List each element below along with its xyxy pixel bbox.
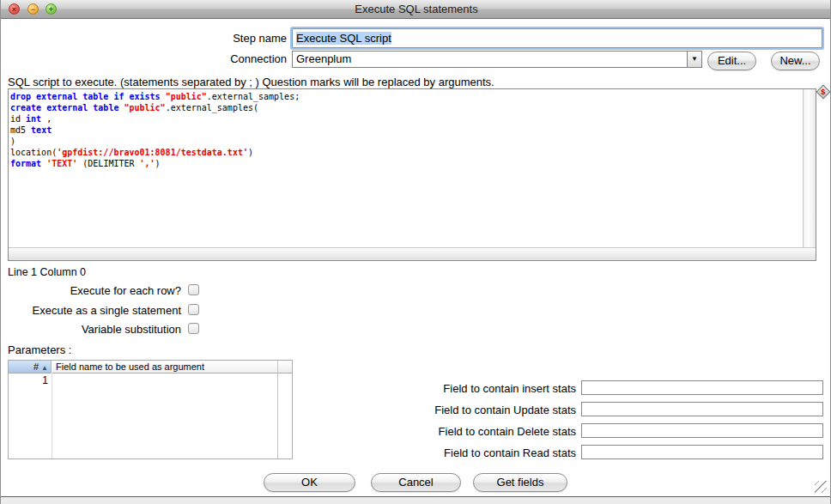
dialog-execute-sql-statements: × − + Execute SQL statements Step name E… [0, 0, 831, 504]
read-stats-label: Field to contain Read stats [1, 446, 576, 459]
step-name-value: Execute SQL script [296, 32, 391, 45]
column-header-number[interactable]: # ▲ [9, 361, 52, 373]
execute-each-row-checkbox[interactable] [188, 284, 199, 295]
sql-editor[interactable]: drop external table if exists "public".e… [8, 88, 816, 261]
single-statement-checkbox[interactable] [188, 304, 199, 315]
update-stats-input[interactable] [581, 402, 823, 416]
execute-each-row-label: Execute for each row? [1, 284, 181, 297]
sql-script-label: SQL script to execute. (statements separ… [8, 76, 494, 88]
horizontal-scrollbar[interactable] [9, 247, 816, 260]
sql-code-text[interactable]: drop external table if exists "public".e… [10, 91, 801, 246]
get-fields-button[interactable]: Get fields [473, 473, 567, 492]
connection-label: Connection [1, 52, 287, 65]
new-connection-button[interactable]: New... [771, 52, 820, 70]
insert-stats-input[interactable] [581, 380, 823, 395]
parameters-label: Parameters : [8, 343, 71, 356]
step-name-label: Step name [1, 32, 287, 45]
insert-stats-label: Field to contain insert stats [1, 382, 576, 395]
step-name-input[interactable]: Execute SQL script [292, 28, 822, 48]
connection-select[interactable]: Greenplum ▼ [292, 51, 702, 68]
cursor-position-status: Line 1 Column 0 [8, 266, 86, 278]
table-scrollbar-header [278, 361, 292, 373]
cancel-button[interactable]: Cancel [371, 473, 461, 492]
variable-indicator-icon: $ [816, 85, 831, 100]
read-stats-input[interactable] [581, 445, 823, 459]
single-statement-label: Execute as a single statement [1, 304, 181, 317]
update-stats-label: Field to contain Update stats [1, 404, 576, 416]
window-bottom-strip [1, 497, 831, 504]
edit-connection-button[interactable]: Edit... [707, 52, 756, 70]
variable-substitution-checkbox[interactable] [188, 323, 199, 334]
sort-asc-icon: ▲ [41, 364, 48, 372]
chevron-down-icon[interactable]: ▼ [687, 52, 701, 67]
delete-stats-label: Field to contain Delete stats [1, 425, 576, 438]
delete-stats-input[interactable] [581, 423, 823, 438]
ok-button[interactable]: OK [264, 473, 355, 492]
resize-grip-icon[interactable] [815, 481, 827, 493]
vertical-scrollbar[interactable] [803, 89, 816, 247]
connection-value: Greenplum [296, 52, 351, 65]
column-header-field-name[interactable]: Field name to be used as argument [52, 361, 279, 373]
parameters-table-header: # ▲ Field name to be used as argument [9, 361, 292, 373]
titlebar[interactable]: × − + Execute SQL statements [1, 0, 831, 19]
variable-substitution-label: Variable substitution [1, 323, 181, 336]
window-title: Execute SQL statements [1, 3, 831, 15]
